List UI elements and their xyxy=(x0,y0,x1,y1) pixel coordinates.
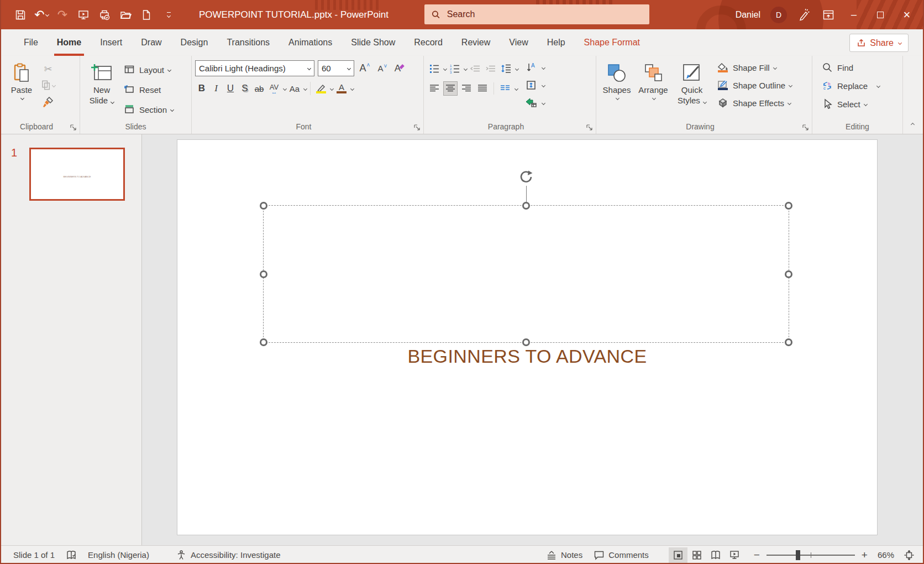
quick-styles-button[interactable]: Quick Styles xyxy=(673,60,711,121)
resize-handle-middle-left[interactable] xyxy=(260,270,267,278)
undo-chevron-icon[interactable] xyxy=(45,13,49,17)
coming-soon-megaphone-icon[interactable] xyxy=(797,8,811,22)
italic-button[interactable]: I xyxy=(209,81,223,96)
paste-button[interactable]: Paste xyxy=(4,60,39,121)
tab-review[interactable]: Review xyxy=(452,29,500,56)
ribbon-display-options-icon[interactable] xyxy=(821,8,836,22)
zoom-slider-thumb[interactable] xyxy=(796,550,800,560)
character-spacing-chevron-icon[interactable] xyxy=(283,86,287,90)
shape-effects-button[interactable]: Shape Effects xyxy=(716,96,792,110)
minimize-button[interactable]: – xyxy=(846,7,862,23)
resize-handle-top-right[interactable] xyxy=(785,202,792,210)
resize-handle-bottom-center[interactable] xyxy=(522,338,530,346)
font-color-chevron-icon[interactable] xyxy=(350,86,354,90)
view-slide-sorter-button[interactable] xyxy=(687,547,706,563)
zoom-out-icon[interactable]: − xyxy=(752,549,762,561)
notes-button[interactable]: Notes xyxy=(540,546,588,564)
undo-icon[interactable]: ↶ xyxy=(34,8,49,22)
open-folder-icon[interactable] xyxy=(118,8,133,22)
slide-canvas[interactable]: BEGINNERS TO ADVANCE xyxy=(177,139,878,535)
comments-button[interactable]: Comments xyxy=(588,546,654,564)
start-slideshow-icon[interactable] xyxy=(76,8,91,22)
align-text-button[interactable] xyxy=(524,78,545,92)
resize-handle-middle-right[interactable] xyxy=(785,270,792,278)
select-button[interactable]: Select xyxy=(820,97,880,111)
numbering-icon[interactable]: 123 xyxy=(448,61,462,76)
print-preview-icon[interactable] xyxy=(97,8,112,22)
shape-outline-button[interactable]: Shape Outline xyxy=(716,78,792,92)
view-reading-button[interactable] xyxy=(706,547,725,563)
tab-file[interactable]: File xyxy=(14,29,48,56)
shapes-button[interactable]: Shapes xyxy=(600,60,634,121)
avatar[interactable]: D xyxy=(770,7,787,23)
strikethrough-button[interactable]: ab xyxy=(253,81,266,96)
slide-title-text[interactable]: BEGINNERS TO ADVANCE xyxy=(177,346,877,367)
paste-chevron-icon[interactable] xyxy=(20,96,24,100)
user-name[interactable]: Daniel xyxy=(736,10,760,20)
find-button[interactable]: Find xyxy=(820,60,880,75)
justify-icon[interactable] xyxy=(475,81,490,96)
line-spacing-chevron-icon[interactable] xyxy=(515,66,519,70)
bold-button[interactable]: B xyxy=(195,81,208,96)
text-direction-button[interactable]: A xyxy=(524,60,545,75)
tab-transitions[interactable]: Transitions xyxy=(217,29,279,56)
font-dialog-launcher[interactable] xyxy=(413,123,421,130)
drawing-dialog-launcher[interactable] xyxy=(802,123,809,130)
accessibility-checker[interactable]: Accessibility: Investigate xyxy=(170,546,286,564)
text-highlight-chevron-icon[interactable] xyxy=(330,86,334,90)
bullets-chevron-icon[interactable] xyxy=(443,66,447,70)
shapes-chevron-icon[interactable] xyxy=(615,96,619,100)
resize-handle-top-center[interactable] xyxy=(522,202,530,210)
line-spacing-icon[interactable] xyxy=(499,61,513,76)
save-icon[interactable] xyxy=(13,8,28,22)
search-input[interactable] xyxy=(446,9,643,20)
tab-record[interactable]: Record xyxy=(405,29,452,56)
grow-font-icon[interactable]: A˄ xyxy=(358,61,372,76)
text-highlight-icon[interactable] xyxy=(314,81,328,96)
collapse-ribbon-icon[interactable] xyxy=(910,118,914,128)
slide-thumbnail[interactable]: BEGINNERS TO ADVANCE xyxy=(29,148,125,201)
resize-handle-top-left[interactable] xyxy=(260,202,267,210)
change-case-chevron-icon[interactable] xyxy=(303,86,307,90)
tab-insert[interactable]: Insert xyxy=(91,29,132,56)
align-left-icon[interactable] xyxy=(427,81,442,96)
resize-handle-bottom-right[interactable] xyxy=(785,338,792,346)
numbering-chevron-icon[interactable] xyxy=(464,66,468,70)
slide-indicator[interactable]: Slide 1 of 1 xyxy=(8,546,60,564)
selected-text-box[interactable] xyxy=(263,205,789,343)
tab-design[interactable]: Design xyxy=(171,29,218,56)
font-family-select[interactable]: Calibri Light (Headings) xyxy=(195,60,314,76)
convert-smartart-button[interactable] xyxy=(524,96,545,110)
shape-fill-button[interactable]: Shape Fill xyxy=(716,60,792,75)
share-button[interactable]: Share xyxy=(849,34,909,52)
zoom-in-icon[interactable]: + xyxy=(859,549,870,561)
zoom-level[interactable]: 66% xyxy=(878,550,894,560)
arrange-chevron-icon[interactable] xyxy=(652,96,655,100)
tab-draw[interactable]: Draw xyxy=(132,29,171,56)
text-shadow-button[interactable]: S xyxy=(238,81,251,96)
font-size-select[interactable]: 60 xyxy=(318,60,354,76)
tab-animations[interactable]: Animations xyxy=(279,29,342,56)
layout-button[interactable]: Layout xyxy=(122,61,174,78)
clear-formatting-icon[interactable]: A xyxy=(393,61,407,76)
character-spacing-icon[interactable]: AV↔ xyxy=(267,81,281,96)
tab-view[interactable]: View xyxy=(500,29,537,56)
paragraph-dialog-launcher[interactable] xyxy=(586,123,593,130)
reset-button[interactable]: Reset xyxy=(122,81,174,98)
arrange-button[interactable]: Arrange xyxy=(636,60,670,121)
spell-check-button[interactable] xyxy=(60,546,82,564)
tab-help[interactable]: Help xyxy=(538,29,575,56)
format-painter-icon[interactable] xyxy=(41,95,55,109)
underline-button[interactable]: U xyxy=(224,81,237,96)
tab-slide-show[interactable]: Slide Show xyxy=(342,29,405,56)
tab-home[interactable]: Home xyxy=(48,29,91,56)
close-button[interactable]: × xyxy=(899,7,915,23)
align-right-icon[interactable] xyxy=(459,81,474,96)
font-color-icon[interactable]: A xyxy=(334,81,349,96)
new-file-icon[interactable] xyxy=(139,8,154,22)
language-indicator[interactable]: English (Nigeria) xyxy=(82,546,155,564)
maximize-button[interactable] xyxy=(872,7,889,23)
view-normal-button[interactable] xyxy=(669,547,687,563)
align-center-icon[interactable] xyxy=(443,81,458,96)
columns-icon[interactable] xyxy=(498,81,512,96)
